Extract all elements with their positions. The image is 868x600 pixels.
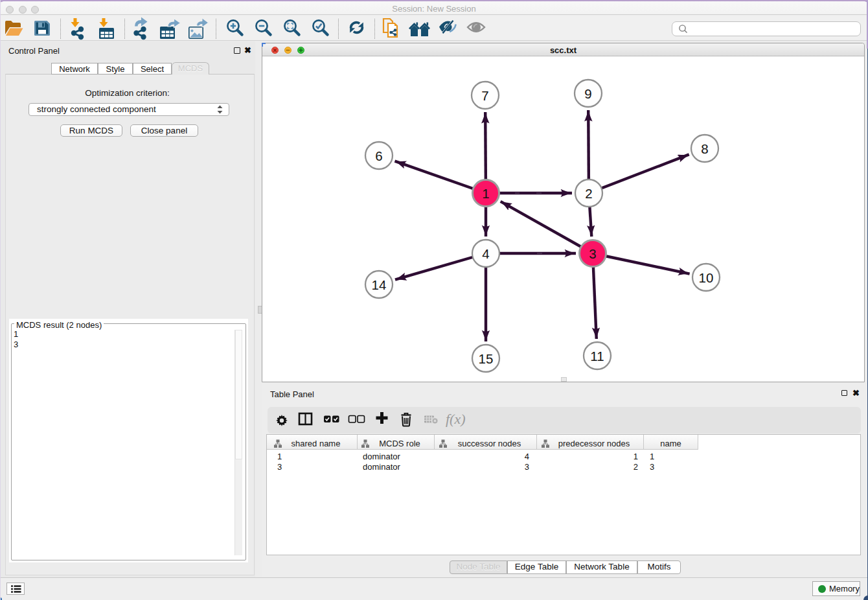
svg-text:3: 3	[589, 246, 596, 261]
svg-text:7: 7	[481, 88, 488, 103]
svg-text:8: 8	[701, 141, 708, 156]
svg-text:15: 15	[479, 351, 494, 366]
svg-text:11: 11	[590, 349, 604, 363]
svg-text:1: 1	[482, 186, 489, 201]
svg-text:f(x): f(x)	[446, 411, 466, 427]
svg-text:2: 2	[585, 186, 592, 201]
svg-text:9: 9	[584, 86, 591, 101]
svg-text:4: 4	[482, 246, 489, 261]
svg-text:10: 10	[699, 270, 714, 285]
svg-text:6: 6	[375, 148, 382, 163]
svg-text:14: 14	[372, 277, 387, 292]
